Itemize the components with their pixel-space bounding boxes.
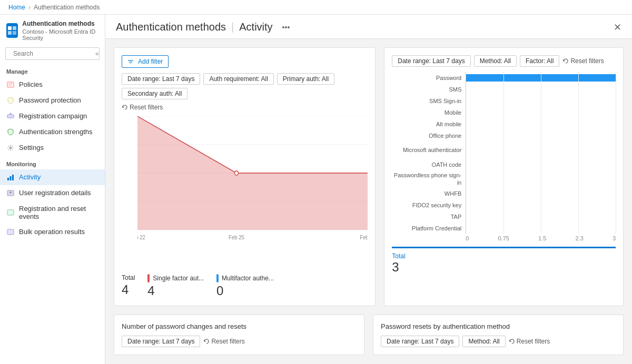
stat-total-value: 4 [122, 282, 135, 297]
sidebar-item-registration-campaign[interactable]: Registration campaign [0, 108, 105, 124]
reset-filters-row: Reset filters [122, 104, 368, 111]
bc1-reset-btn[interactable]: Reset filters [203, 338, 244, 345]
collapse-icon[interactable]: « [95, 50, 99, 57]
content-area: Add filter Date range: Last 7 days Auth … [105, 39, 632, 363]
svg-rect-12 [7, 178, 9, 180]
bar-label-fido2: FIDO2 security key [392, 199, 466, 211]
bc2-date-chip[interactable]: Date range: Last 7 days [381, 336, 459, 347]
bar-label-platform: Platform Credential [392, 223, 466, 234]
bc2-method-chip[interactable]: Method: All [462, 336, 505, 347]
campaign-icon [6, 112, 15, 120]
monitoring-section-label: Monitoring [0, 156, 105, 169]
bar-label-alt-mobile: Alt mobile [392, 118, 466, 130]
filter-auth-req[interactable]: Auth requirement: All [203, 73, 273, 85]
stat-multifactor: Multifactor authe... 0 [216, 274, 274, 298]
bc2-reset-btn[interactable]: Reset filters [509, 338, 550, 345]
stat-multi-label: Multifactor authe... [216, 274, 274, 282]
svg-rect-1 [13, 26, 16, 30]
x-23: 2.3 [575, 235, 583, 241]
bottom-card-1-title: Number of password changes and resets [122, 322, 357, 330]
breadcrumb-sep: › [28, 4, 31, 11]
bc1-date-chip[interactable]: Date range: Last 7 days [122, 336, 200, 347]
filter-primary-auth[interactable]: Primary auth: All [277, 73, 334, 85]
bar-label-office-phone: Office phone [392, 130, 466, 141]
more-options-btn[interactable]: ••• [282, 23, 290, 32]
svg-point-11 [9, 146, 12, 149]
breadcrumb-home[interactable]: Home [8, 4, 25, 11]
stat-total: Total 4 [122, 274, 135, 298]
bulk-icon [6, 228, 15, 236]
sidebar-item-settings[interactable]: Settings [0, 140, 105, 156]
sidebar-item-settings-label: Settings [19, 144, 44, 151]
app-header: Authentication methods Contoso - Microso… [0, 15, 105, 44]
svg-rect-17 [7, 210, 14, 215]
bar-x-axis: 0 0.75 1.5 2.3 3 [466, 234, 616, 241]
bar-reset-filters-btn[interactable]: Reset filters [562, 57, 604, 65]
bar-label-sms: SMS [392, 84, 466, 95]
add-filter-btn[interactable]: Add filter [122, 55, 169, 68]
top-row: Add filter Date range: Last 7 days Auth … [114, 47, 624, 306]
filter-secondary-auth[interactable]: Secondary auth: All [122, 88, 187, 99]
bar-chart-inner: Password SMS SMS Sign-in Mobile Alt mobi… [392, 72, 616, 234]
line-chart-svg: 2 1.5 1 0.5 0 Feb 22 [137, 116, 368, 258]
app-title-block: Authentication methods Contoso - Microso… [22, 20, 98, 41]
sidebar-item-bulk-ops[interactable]: Bulk operation results [0, 224, 105, 240]
x-0: 0 [466, 235, 469, 241]
bar-factor-chip[interactable]: Factor: All [520, 55, 559, 67]
filter-chips-row: Date range: Last 7 days Auth requirement… [122, 73, 368, 99]
stat-single-color [147, 274, 150, 282]
svg-rect-9 [7, 115, 14, 118]
bar-label-password: Password [392, 72, 466, 84]
stat-total-label: Total [122, 274, 135, 281]
bar-total-value: 3 [392, 260, 616, 275]
strength-icon [6, 128, 15, 136]
app-title: Authentication methods [22, 20, 98, 28]
chart-stats: Total 4 Single factor aut... 4 [122, 269, 368, 298]
reset-icon [6, 208, 15, 217]
sidebar-item-policies[interactable]: Policies [0, 77, 105, 93]
svg-point-33 [235, 171, 239, 175]
title-separator: | [231, 21, 234, 33]
search-container[interactable]: « [5, 47, 100, 60]
sidebar-item-registration-campaign-label: Registration campaign [19, 112, 87, 120]
bar-label-sms-signin: SMS Sign-in [392, 95, 466, 107]
svg-rect-18 [7, 229, 14, 235]
bar-total-section: Total 3 [392, 247, 616, 275]
sidebar-item-activity[interactable]: Activity [0, 169, 105, 185]
bottom-card-2-title: Password resets by authentication method [381, 322, 616, 330]
sidebar-item-bulk-ops-label: Bulk operation results [19, 228, 85, 236]
svg-text:Feb 25: Feb 25 [229, 234, 244, 240]
shield-icon [6, 96, 15, 105]
sidebar-item-auth-strengths-label: Authentication strengths [19, 128, 92, 136]
bottom-row: Number of password changes and resets Da… [114, 315, 624, 355]
filter-date-range[interactable]: Date range: Last 7 days [122, 73, 200, 85]
sidebar-item-policies-label: Policies [19, 80, 43, 88]
bar-chart-bars [466, 72, 616, 234]
bar-method-chip[interactable]: Method: All [474, 55, 517, 67]
breadcrumb: Home › Authentication methods [0, 0, 632, 15]
sidebar-item-auth-strengths[interactable]: Authentication strengths [0, 124, 105, 140]
svg-rect-2 [8, 31, 12, 35]
sidebar-item-user-reg-label: User registration details [19, 189, 91, 197]
stat-single-factor: Single factor aut... 4 [147, 274, 204, 298]
breadcrumb-section: Authentication methods [34, 4, 100, 11]
close-btn[interactable]: ✕ [614, 22, 621, 33]
bottom-card-password-resets: Password resets by authentication method… [373, 315, 624, 355]
bottom-card-2-filters: Date range: Last 7 days Method: All Rese… [381, 336, 616, 347]
user-icon [6, 189, 15, 197]
sidebar-item-reg-reset[interactable]: Registration and reset events [0, 201, 105, 224]
svg-rect-0 [8, 26, 12, 30]
bar-date-chip[interactable]: Date range: Last 7 days [392, 55, 470, 67]
search-input[interactable] [13, 50, 92, 57]
bar-label-oath: OATH code [392, 159, 466, 170]
sidebar-item-password-protection[interactable]: Password protection [0, 93, 105, 108]
bottom-card-1-filters: Date range: Last 7 days Reset filters [122, 336, 357, 347]
reset-filters-btn[interactable]: Reset filters [122, 104, 368, 111]
bar-chart-card: Date range: Last 7 days Method: All Fact… [384, 47, 624, 306]
x-3: 3 [613, 235, 616, 241]
app-subtitle: Contoso - Microsoft Entra ID Security [22, 28, 98, 41]
sidebar-item-user-reg[interactable]: User registration details [0, 185, 105, 201]
page-app-title: Authentication methods [116, 21, 226, 33]
stat-multi-value: 0 [216, 284, 274, 298]
bottom-card-password-changes: Number of password changes and resets Da… [114, 315, 364, 355]
